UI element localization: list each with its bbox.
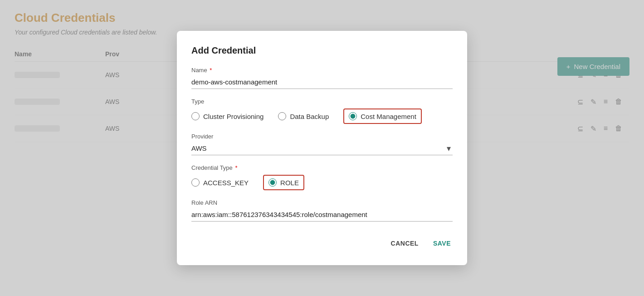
role-arn-input[interactable]: [191, 208, 453, 222]
type-cluster-label: Cluster Provisioning: [203, 113, 263, 120]
modal-overlay: Add Credential Name * Type Cluster Provi…: [0, 0, 644, 296]
role-radio[interactable]: [268, 178, 277, 187]
modal-footer: CANCEL SAVE: [191, 236, 453, 251]
provider-select[interactable]: AWS Azure GCP: [191, 142, 453, 155]
required-mark: *: [208, 67, 212, 74]
provider-label: Provider: [191, 133, 453, 140]
type-field-group: Type Cluster Provisioning Data Backup Co…: [191, 98, 453, 124]
type-backup-option[interactable]: Data Backup: [278, 112, 329, 120]
access-key-option[interactable]: ACCESS_KEY: [191, 178, 249, 187]
provider-field-group: Provider AWS Azure GCP ▾: [191, 133, 453, 155]
type-radio-group: Cluster Provisioning Data Backup Cost Ma…: [191, 109, 453, 124]
role-arn-field-group: Role ARN: [191, 199, 453, 222]
access-key-label: ACCESS_KEY: [203, 179, 249, 187]
type-cost-label: Cost Management: [361, 113, 416, 120]
role-option[interactable]: ROLE: [263, 175, 304, 190]
name-input[interactable]: [191, 75, 453, 89]
credential-type-radio-group: ACCESS_KEY ROLE: [191, 175, 453, 190]
role-label: ROLE: [280, 179, 299, 187]
name-label: Name *: [191, 67, 453, 74]
type-cost-option[interactable]: Cost Management: [343, 109, 422, 124]
type-backup-radio[interactable]: [278, 112, 286, 120]
required-mark-2: *: [234, 164, 238, 171]
role-arn-label: Role ARN: [191, 199, 453, 206]
credential-type-label: Credential Type *: [191, 164, 453, 171]
name-field-group: Name *: [191, 67, 453, 89]
save-button[interactable]: SAVE: [431, 236, 453, 251]
modal-title: Add Credential: [191, 45, 453, 56]
type-label: Type: [191, 98, 453, 105]
credential-type-field-group: Credential Type * ACCESS_KEY ROLE: [191, 164, 453, 190]
type-backup-label: Data Backup: [290, 113, 329, 120]
type-cluster-option[interactable]: Cluster Provisioning: [191, 112, 263, 120]
type-cost-radio[interactable]: [349, 112, 357, 120]
type-cluster-radio[interactable]: [191, 112, 200, 120]
cancel-button[interactable]: CANCEL: [389, 236, 420, 251]
provider-select-wrapper: AWS Azure GCP ▾: [191, 142, 453, 155]
access-key-radio[interactable]: [191, 178, 200, 187]
add-credential-modal: Add Credential Name * Type Cluster Provi…: [177, 31, 467, 265]
